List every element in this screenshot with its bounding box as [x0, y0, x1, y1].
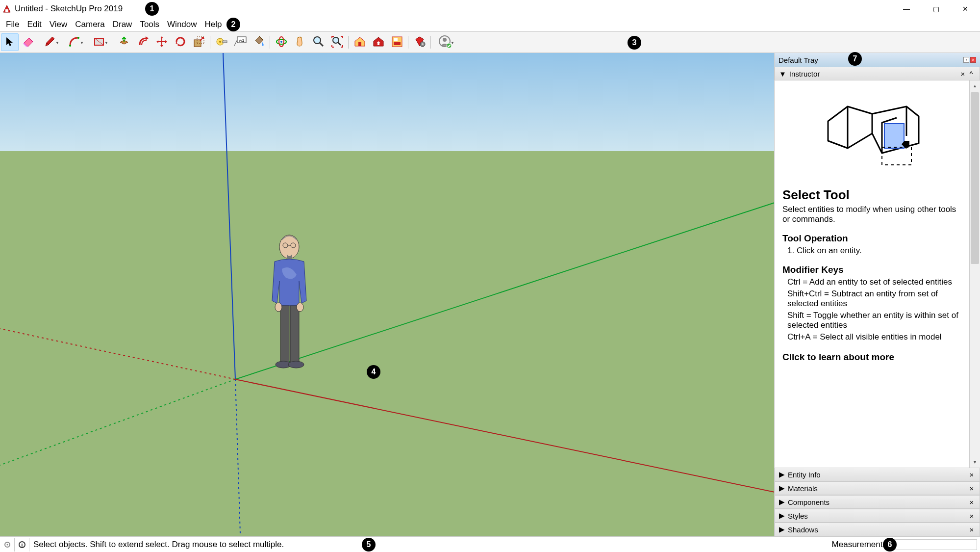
extension-warehouse-button[interactable]: [370, 33, 387, 51]
callout-4: 4: [367, 365, 380, 379]
pan-tool[interactable]: [291, 33, 309, 51]
svg-point-3: [77, 37, 79, 39]
panel-materials[interactable]: ▶Materials×: [775, 481, 980, 495]
panel-scrollbar[interactable]: ▴ ▾: [969, 80, 980, 468]
paint-bucket-tool[interactable]: [250, 33, 268, 51]
svg-line-19: [338, 42, 341, 45]
tray-header[interactable]: Default Tray ▫ ×: [775, 53, 980, 67]
credits-icon[interactable]: i: [15, 538, 29, 552]
zoom-icon: [312, 35, 325, 50]
panel-close-button[interactable]: ×: [968, 512, 976, 520]
offset-tool[interactable]: [134, 33, 152, 51]
toolbar: A1 3: [0, 31, 980, 53]
geo-location-icon[interactable]: [0, 538, 15, 552]
line-tool[interactable]: [38, 33, 62, 51]
eraser-icon: [22, 36, 35, 49]
svg-rect-20: [358, 42, 361, 46]
toolbar-separator: [347, 32, 350, 53]
panel-title: Styles: [788, 512, 808, 520]
arc-tool[interactable]: [63, 33, 86, 51]
modifier-key-3: Shift = Toggle whether an entity is with…: [782, 311, 961, 330]
panel-collapse-button[interactable]: ^: [967, 70, 976, 78]
maximize-button[interactable]: ▢: [921, 0, 951, 18]
scroll-up-icon[interactable]: ▴: [970, 80, 980, 91]
svg-rect-30: [0, 151, 774, 534]
gem-icon: [413, 35, 426, 50]
orbit-tool[interactable]: [273, 33, 290, 51]
panel-styles[interactable]: ▶Styles×: [775, 509, 980, 523]
default-tray: Default Tray ▫ × 7 ▼ Instructor × ^: [774, 53, 980, 536]
panel-close-button[interactable]: ×: [959, 70, 967, 78]
panel-title: Components: [788, 498, 829, 506]
svg-line-17: [320, 43, 323, 46]
menu-window[interactable]: Window: [163, 19, 201, 30]
scroll-down-icon[interactable]: ▾: [970, 457, 980, 468]
user-icon: [438, 35, 452, 50]
3d-warehouse-button[interactable]: [351, 33, 369, 51]
instructor-panel-header[interactable]: ▼ Instructor × ^: [775, 67, 980, 80]
panel-components[interactable]: ▶Components×: [775, 495, 980, 509]
menu-view[interactable]: View: [46, 19, 72, 30]
menu-edit[interactable]: Edit: [23, 19, 45, 30]
shape-tool[interactable]: [87, 33, 111, 51]
panel-close-button[interactable]: ×: [968, 484, 976, 493]
svg-point-44: [288, 361, 304, 368]
panel-title: Shadows: [788, 526, 818, 534]
menu-tools[interactable]: Tools: [136, 19, 163, 30]
status-message: Select objects. Shift to extend select. …: [29, 540, 288, 550]
modifier-key-4: Ctrl+A = Select all visible entities in …: [782, 332, 961, 342]
callout-1: 1: [145, 2, 159, 16]
scroll-thumb[interactable]: [971, 92, 979, 264]
minimize-button[interactable]: —: [892, 0, 921, 18]
scale-icon: [193, 35, 205, 50]
panel-shadows[interactable]: ▶Shadows×: [775, 523, 980, 536]
bucket-icon: [252, 35, 265, 50]
menu-camera[interactable]: Camera: [71, 19, 108, 30]
status-bar: i Select objects. Shift to extend select…: [0, 536, 980, 552]
title-bar: Untitled - SketchUp Pro 2019 1 — ▢ ✕: [0, 0, 980, 18]
window-title: Untitled - SketchUp Pro 2019: [15, 4, 123, 14]
menu-file[interactable]: File: [2, 19, 23, 30]
toolbar-separator: [429, 32, 432, 53]
measurements-input[interactable]: [889, 539, 977, 550]
svg-rect-29: [0, 53, 774, 151]
modifier-keys-head: Modifier Keys: [782, 264, 961, 275]
tape-measure-tool[interactable]: [213, 33, 230, 51]
orbit-icon: [275, 35, 288, 50]
toolbar-separator: [269, 32, 272, 53]
rotate-icon: [174, 35, 187, 50]
svg-rect-22: [394, 38, 398, 41]
select-tool[interactable]: [1, 33, 19, 51]
move-tool[interactable]: [153, 33, 171, 51]
callout-2: 2: [226, 18, 240, 31]
layout-button[interactable]: [388, 33, 406, 51]
extension-manager-button[interactable]: [411, 33, 428, 51]
3d-viewport[interactable]: 4: [0, 53, 774, 536]
panel-close-button[interactable]: ×: [968, 471, 976, 479]
panel-close-button[interactable]: ×: [968, 498, 976, 506]
rotate-tool[interactable]: [172, 33, 189, 51]
toolbar-separator: [112, 32, 115, 53]
svg-point-27: [443, 38, 447, 42]
menu-draw[interactable]: Draw: [109, 19, 136, 30]
menu-help[interactable]: Help: [201, 19, 226, 30]
svg-point-9: [219, 41, 221, 43]
close-button[interactable]: ✕: [951, 0, 980, 18]
toolbar-separator: [209, 32, 212, 53]
panel-close-button[interactable]: ×: [968, 526, 976, 534]
panel-title: Instructor: [789, 70, 820, 78]
zoom-tool[interactable]: [310, 33, 327, 51]
svg-point-51: [6, 544, 8, 545]
tray-pin-button[interactable]: ▫: [963, 57, 969, 63]
tray-close-button[interactable]: ×: [970, 57, 976, 63]
scale-tool[interactable]: [190, 33, 208, 51]
pushpull-tool[interactable]: [116, 33, 133, 51]
zoom-extents-tool[interactable]: [328, 33, 346, 51]
panel-entity-info[interactable]: ▶Entity Info×: [775, 468, 980, 481]
text-tool[interactable]: A1: [231, 33, 249, 51]
learn-more-link[interactable]: Click to learn about more: [782, 352, 961, 363]
toolbar-separator: [407, 32, 410, 53]
eraser-tool[interactable]: [20, 33, 37, 51]
user-button[interactable]: [433, 33, 457, 51]
instructor-tool-title: Select Tool: [782, 187, 961, 203]
